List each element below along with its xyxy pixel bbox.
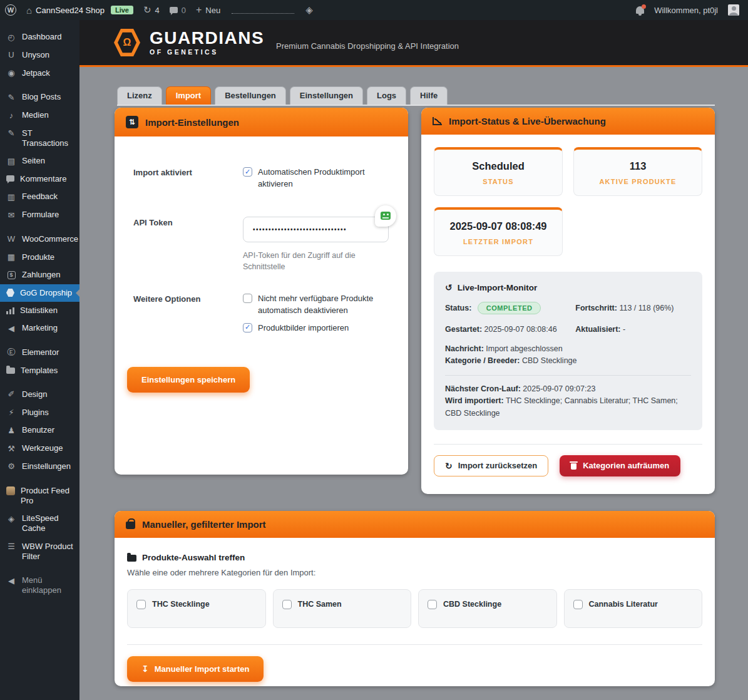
sidebar-item-label: Feedback bbox=[22, 192, 58, 202]
sidebar-item-gog-dropship[interactable]: GoG Dropship bbox=[0, 284, 79, 302]
sliders-icon: ⇅ bbox=[126, 116, 138, 128]
sidebar-item-einstellungen[interactable]: ⚙Einstellungen bbox=[0, 458, 79, 476]
tab-einstellungen[interactable]: Einstellungen bbox=[290, 86, 363, 105]
comments-indicator[interactable]: 0 bbox=[170, 6, 186, 15]
selection-title: Produkte-Auswahl treffen bbox=[142, 553, 245, 562]
tab-import[interactable]: Import bbox=[166, 86, 211, 105]
megaphone-icon: ◀ bbox=[6, 324, 16, 334]
refresh-icon: ↻ bbox=[445, 461, 453, 471]
tab-lizenz[interactable]: Lizenz bbox=[117, 86, 162, 105]
sidebar-item-formulare[interactable]: ✉Formulare bbox=[0, 206, 79, 224]
sidebar-item-design[interactable]: ✐Design bbox=[0, 386, 79, 404]
category-option-cannabis-literatur[interactable]: Cannabis Literatur bbox=[564, 589, 703, 628]
sidebar-item-woocommerce[interactable]: WWooCommerce bbox=[0, 230, 79, 249]
sidebar-item-produkte[interactable]: ▦Produkte bbox=[0, 249, 79, 267]
reset-import-button[interactable]: ↻ Import zurücksetzen bbox=[434, 455, 548, 476]
category-checkbox[interactable] bbox=[573, 600, 583, 609]
start-manual-import-button[interactable]: ↧ Manueller Import starten bbox=[127, 656, 264, 682]
category-option-thc-samen[interactable]: THC Samen bbox=[273, 589, 412, 628]
design-brush-icon: ✐ bbox=[6, 389, 16, 399]
category-checkbox[interactable] bbox=[428, 600, 437, 609]
category-grid: THC StecklingeTHC SamenCBD StecklingeCan… bbox=[127, 589, 702, 628]
live-import-monitor: ↺ Live-Import-Monitor Status: COMPLETED … bbox=[434, 272, 702, 430]
tab-logs[interactable]: Logs bbox=[367, 86, 406, 105]
tab-hilfe[interactable]: Hilfe bbox=[410, 86, 448, 105]
litespeed-adminbar-icon[interactable]: ◈ bbox=[305, 4, 313, 16]
sidebar-item-templates[interactable]: Templates bbox=[0, 362, 79, 379]
manual-import-title: Manueller, gefilterter Import bbox=[142, 519, 266, 530]
templates-folder-icon bbox=[6, 368, 15, 374]
site-menu[interactable]: ⌂ CannSeed24 Shop Live bbox=[26, 5, 133, 16]
category-checkbox[interactable] bbox=[282, 600, 292, 609]
stats-bars-icon bbox=[6, 307, 14, 314]
import-images-option[interactable]: Produktbilder importieren bbox=[243, 322, 377, 334]
sidebar-item-statistiken[interactable]: Statistiken bbox=[0, 302, 79, 319]
sidebar-item-elementor[interactable]: ⒺElementor bbox=[0, 344, 79, 362]
welcome-text[interactable]: Willkommen, pt0jl bbox=[654, 6, 718, 15]
product-feed-pro-icon bbox=[6, 486, 15, 495]
sidebar-item-st-transactions[interactable]: ✎ST Transactions bbox=[0, 125, 79, 153]
sidebar-item-kommentare[interactable]: Kommentare bbox=[0, 170, 79, 188]
avatar[interactable] bbox=[728, 4, 739, 16]
sidebar-item-product-feed-pro[interactable]: Product Feed Pro bbox=[0, 482, 79, 510]
sidebar-item-label: Werkzeuge bbox=[22, 443, 63, 453]
sidebar-item-zahlungen[interactable]: $Zahlungen bbox=[0, 266, 79, 284]
auto-import-checkbox[interactable] bbox=[243, 167, 252, 177]
sidebar-item-feedback[interactable]: ▥Feedback bbox=[0, 188, 79, 206]
category-option-cbd-stecklinge[interactable]: CBD Stecklinge bbox=[418, 589, 557, 628]
import-settings-header: ⇅ Import-Einstellungen bbox=[115, 108, 408, 136]
sidebar-item-label: Product Feed Pro bbox=[21, 486, 76, 507]
deactivate-products-option[interactable]: Nicht mehr verfügbare Produkte automatis… bbox=[243, 293, 377, 317]
monitor-importing-row: Wird importiert: THC Stecklinge; Cannabi… bbox=[445, 395, 691, 419]
import-images-checkbox[interactable] bbox=[243, 323, 252, 332]
category-option-thc-stecklinge[interactable]: THC Stecklinge bbox=[127, 589, 266, 628]
auto-import-option[interactable]: Automatischen Produktimport aktivieren bbox=[243, 167, 389, 190]
selection-hint: Wähle eine oder mehrere Kategorien für d… bbox=[127, 568, 702, 577]
notification-bell-icon[interactable] bbox=[636, 6, 644, 14]
category-checkbox[interactable] bbox=[136, 600, 146, 609]
sidebar-item-label: Unyson bbox=[22, 50, 49, 60]
status-card-status: ScheduledSTATUS bbox=[434, 147, 563, 196]
forms-icon: ✉ bbox=[6, 210, 16, 220]
new-content-menu[interactable]: + Neu bbox=[196, 4, 220, 16]
sidebar-item-marketing[interactable]: ◀Marketing bbox=[0, 319, 79, 337]
sidebar-item-medien[interactable]: ♪Medien bbox=[0, 106, 79, 125]
monitor-updated-row: Aktualisiert: - bbox=[575, 325, 691, 334]
sidebar-item-label: Medien bbox=[22, 110, 49, 120]
sidebar-item-werkzeuge[interactable]: ⚒Werkzeuge bbox=[0, 440, 79, 458]
sidebar-item-men-einklappen[interactable]: ◀Menü einklappen bbox=[0, 572, 79, 600]
sidebar-item-plugins[interactable]: ⚡Plugins bbox=[0, 404, 79, 422]
deactivate-products-checkbox[interactable] bbox=[243, 294, 252, 303]
sidebar-item-seiten[interactable]: ▤Seiten bbox=[0, 152, 79, 170]
sidebar-item-benutzer[interactable]: ♟Benutzer bbox=[0, 421, 79, 440]
sidebar-item-label: Design bbox=[22, 389, 47, 399]
plugin-brand-header: Ω GUARDIANS OF GENETICS Premium Cannabis… bbox=[79, 20, 748, 67]
updates-indicator[interactable]: ↻ 4 bbox=[143, 4, 160, 16]
guardians-logo-icon: Ω bbox=[114, 28, 140, 57]
cleanup-categories-button[interactable]: Kategorien aufräumen bbox=[560, 455, 680, 476]
tab-bestellungen[interactable]: Bestellungen bbox=[215, 86, 286, 105]
import-settings-panel: ⇅ Import-Einstellungen Import aktiviert … bbox=[115, 108, 408, 475]
sidebar-item-label: Menü einklappen bbox=[22, 575, 76, 596]
monitor-message-row: Nachricht: Import abgeschlossen bbox=[445, 343, 691, 355]
started-value: 2025-09-07 08:08:46 bbox=[484, 325, 557, 334]
updates-count: 4 bbox=[155, 6, 160, 15]
status-card-letzter-import: 2025-09-07 08:08:49LETZTER IMPORT bbox=[434, 207, 563, 256]
sidebar-item-jetpack[interactable]: ◉Jetpack bbox=[0, 64, 79, 83]
sidebar-item-litespeed-cache[interactable]: ◈LiteSpeed Cache bbox=[0, 510, 79, 538]
sidebar-item-label: Plugins bbox=[22, 408, 49, 418]
sidebar-item-wbw-product-filter[interactable]: ☰WBW Product Filter bbox=[0, 538, 79, 566]
pin-icon: ✎ bbox=[6, 128, 16, 138]
tools-icon: ⚒ bbox=[6, 444, 16, 454]
wordpress-menu[interactable]: W bbox=[5, 4, 16, 16]
status-card-label: LETZTER IMPORT bbox=[463, 238, 533, 245]
elementor-icon: Ⓔ bbox=[6, 347, 16, 358]
monitor-cron-row: Nächster Cron-Lauf: 2025-09-07 09:07:23 bbox=[445, 383, 691, 395]
sidebar-item-unyson[interactable]: UUnyson bbox=[0, 46, 79, 64]
save-settings-button[interactable]: Einstellungen speichern bbox=[127, 367, 250, 393]
plus-icon: + bbox=[196, 4, 202, 16]
sidebar-item-blog-posts[interactable]: ✎Blog Posts bbox=[0, 88, 79, 106]
roboform-extension-icon[interactable] bbox=[375, 205, 396, 227]
api-token-input[interactable]: •••••••••••••••••••••••••••••• bbox=[243, 217, 389, 242]
sidebar-item-dashboard[interactable]: ◴Dashboard bbox=[0, 28, 79, 46]
